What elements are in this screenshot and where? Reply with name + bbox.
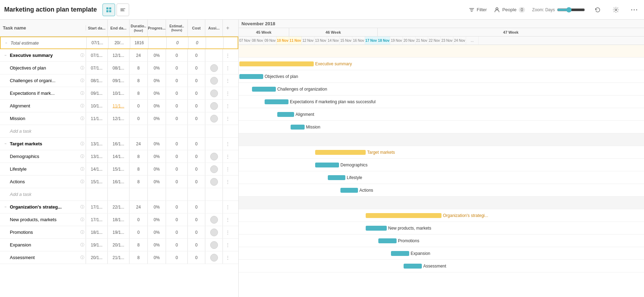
assessment-end: 21/1... [108, 251, 130, 264]
exec-actions[interactable]: ⋮ [223, 53, 233, 58]
day-13-nov: 13 Nov [314, 37, 327, 45]
objectives-info-icon[interactable]: ⓘ [80, 65, 84, 71]
alignment-avatar [210, 102, 218, 110]
new-products-info-icon[interactable]: ⓘ [80, 217, 84, 222]
day-09-nov: 09 Nov [264, 37, 277, 45]
gantt-add2-row [239, 197, 644, 209]
alignment-prog: 0% [148, 100, 166, 112]
total-name: Total estimate [11, 40, 85, 46]
challenges-end: 09/1... [108, 74, 130, 87]
assessment-actions[interactable]: ⋮ [223, 255, 233, 260]
svg-rect-6 [120, 11, 125, 11]
grid-view-button[interactable] [102, 4, 115, 16]
assess-gantt-bar [404, 264, 422, 269]
expectations-cost: 0 [188, 87, 205, 99]
col-header-dur: Duratio..(hour) [130, 20, 148, 36]
promotions-assign [205, 226, 223, 238]
expectations-info-icon[interactable]: ⓘ [80, 91, 84, 96]
settings-button[interactable] [610, 4, 622, 15]
promotions-end: 19/1... [108, 226, 130, 238]
total-collapse[interactable]: − [4, 41, 9, 45]
add-column-button[interactable]: + [223, 25, 233, 31]
org-info-icon[interactable]: ⓘ [80, 204, 84, 210]
filter-button[interactable]: Filter [469, 7, 487, 13]
lifestyle-actions[interactable]: ⋮ [223, 166, 233, 172]
life-gantt-bar [328, 175, 345, 180]
gantt-actions-row: Actions [239, 184, 644, 197]
objectives-row: Objectives of plan ⓘ 07/1... 08/1... 8 0… [0, 62, 238, 74]
mission-start: 11/1... [86, 112, 108, 125]
day-23-nov: 23 Nov [441, 37, 453, 45]
assessment-info-icon[interactable]: ⓘ [80, 255, 84, 260]
new-products-dur: 0 [130, 213, 148, 226]
objectives-actions[interactable]: ⋮ [223, 65, 233, 71]
demo-gantt-label: Demographics [340, 163, 367, 167]
challenges-info-icon[interactable]: ⓘ [80, 78, 84, 83]
promo-gantt-bar [378, 238, 397, 243]
assessment-row: Assessment ⓘ 20/1... 21/1... 8 0% 0 0 ⋮ [0, 251, 238, 264]
target-info-icon[interactable]: ⓘ [80, 141, 84, 146]
exp-gantt-bar [265, 99, 288, 104]
new-products-row: New products, markets ⓘ 17/1... 18/1... … [0, 213, 238, 226]
timeline-view-button[interactable] [117, 4, 129, 16]
target-actions[interactable]: ⋮ [223, 141, 233, 147]
target-markets-row: − Target markets ⓘ 13/1... 16/1... 24 0%… [0, 138, 238, 150]
demographics-actions[interactable]: ⋮ [223, 154, 233, 159]
expansion-info-icon[interactable]: ⓘ [80, 242, 84, 248]
col-header-est: Estimat..(hours) [166, 20, 188, 36]
total-est: 0 [167, 37, 188, 48]
gantt-demo-row: Demographics [239, 159, 644, 171]
demographics-info-icon[interactable]: ⓘ [80, 154, 84, 159]
svg-rect-1 [109, 7, 111, 9]
gantt-org-row: Organization's strategi... [239, 209, 644, 222]
new-products-actions[interactable]: ⋮ [223, 217, 233, 223]
exec-start: 07/1... [86, 49, 108, 61]
exec-info-icon[interactable]: ⓘ [80, 53, 84, 58]
promotions-avatar [210, 229, 218, 236]
alignment-info-icon[interactable]: ⓘ [80, 103, 84, 108]
actions-actions[interactable]: ⋮ [223, 179, 233, 185]
app-header: Marketing action plan template Filter Pe… [0, 0, 644, 20]
actions-cost: 0 [188, 176, 205, 188]
mission-avatar [210, 115, 218, 123]
challenges-cost: 0 [188, 74, 205, 87]
add-task-target-label[interactable]: Add a task [10, 192, 31, 197]
lifestyle-info-icon[interactable]: ⓘ [80, 166, 84, 172]
day-16-nov: 16 Nov [352, 37, 365, 45]
exec-collapse[interactable]: − [3, 53, 8, 57]
actions-info-icon[interactable]: ⓘ [80, 179, 84, 184]
promotions-est: 0 [166, 226, 188, 238]
org-actions[interactable]: ⋮ [223, 204, 233, 210]
history-button[interactable] [592, 4, 603, 15]
promotions-info-icon[interactable]: ⓘ [80, 230, 84, 235]
add-task-exec-label[interactable]: Add a task [10, 128, 31, 134]
alignment-actions[interactable]: ⋮ [223, 103, 233, 109]
mission-assign [205, 112, 223, 125]
expectations-actions[interactable]: ⋮ [223, 91, 233, 96]
target-collapse[interactable]: − [3, 142, 8, 146]
assessment-cost: 0 [188, 251, 205, 264]
expansion-actions[interactable]: ⋮ [223, 242, 233, 248]
total-prog [148, 37, 167, 48]
align-gantt-label: Alignment [296, 112, 314, 117]
header-right-controls: Filter People 0 Zoom: Days [469, 4, 640, 15]
alignment-end: 11/1... [108, 100, 130, 112]
zoom-slider[interactable] [557, 7, 585, 13]
promotions-actions[interactable]: ⋮ [223, 230, 233, 235]
mission-info-icon[interactable]: ⓘ [80, 116, 84, 121]
exec-dur: 24 [130, 49, 148, 61]
more-options-button[interactable] [629, 4, 640, 15]
org-collapse[interactable]: − [3, 205, 8, 209]
people-button[interactable]: People 0 [494, 7, 525, 13]
mission-actions[interactable]: ⋮ [223, 116, 233, 121]
alignment-start: 10/1... [86, 100, 108, 112]
lifestyle-dur: 8 [130, 163, 148, 175]
gantt-exp-row: Expectations if marketing plan was succe… [239, 95, 644, 108]
demo-gantt-bar [315, 163, 339, 167]
challenges-actions[interactable]: ⋮ [223, 78, 233, 84]
target-prog: 0% [148, 138, 166, 150]
newprod-gantt-bar [366, 226, 387, 231]
mission-prog: 0% [148, 112, 166, 125]
org-start: 17/1... [86, 201, 108, 213]
day-19-nov: 19 Nov [390, 37, 403, 45]
